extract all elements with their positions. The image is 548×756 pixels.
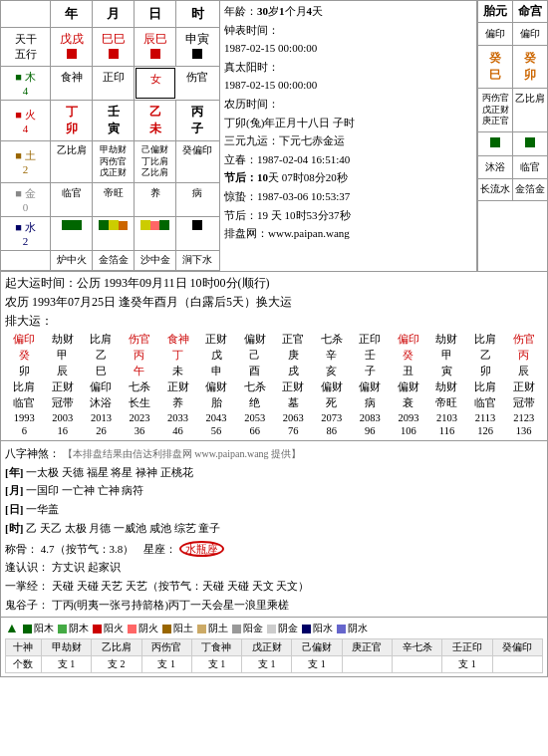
dayun-start-text: 起大运时间：公历 1993年09月11日 10时00分(顺行) — [5, 275, 543, 292]
minggong-sub: 乙比肩 — [513, 89, 547, 131]
taiyuan-minggong-header: 胎元 命宫 — [478, 1, 547, 23]
yue-dizhi: 壬 寅 — [93, 101, 135, 140]
shi-shishen: 伤官 — [176, 67, 218, 100]
header-nian: 年 — [51, 1, 93, 27]
dayun-years-row: 1993 2003 2013 2023 2033 2043 2053 2063 … — [5, 411, 543, 424]
legend-yin-jin: 阴金 — [267, 622, 298, 635]
shi-shen: [时] 乙 天乙 太极 月德 一威池 咸池 综艺 童子 — [5, 519, 543, 538]
minggong-label: 命宫 — [513, 1, 547, 22]
nian-zhuang: 临官 — [51, 183, 93, 216]
taiyuan-label: 胎元 — [478, 1, 513, 22]
sidebar-row1: 偏印 偏印 — [478, 23, 547, 46]
dayun-section: 起大运时间：公历 1993年09月11日 10时00分(顺行) 农历 1993年… — [0, 272, 548, 441]
dizhi-names-row: 炉中火 金箔金 沙中金 涧下水 — [1, 251, 219, 271]
sun-line: 真太阳时： — [224, 59, 472, 77]
yue-tiangan: 巳巳 — [93, 28, 135, 66]
lunar-line: 农历时间： — [224, 96, 472, 114]
yang-tu-sq — [162, 625, 171, 633]
color-squares-row: ■ 水 2 — [1, 217, 219, 251]
right-sidebar: 胎元 命宫 偏印 偏印 癸 巳 癸 卯 丙伤官戊正财庚正官 — [477, 1, 547, 271]
shi-zhuang: 病 — [176, 183, 218, 216]
sidebar-row2: 癸 巳 癸 卯 — [478, 46, 547, 89]
sub-shishen-row: ■ 土 2 乙比肩 甲劫财丙伤官戊正财 己偏财丁比肩乙比肩 癸偏印 — [1, 141, 219, 183]
ri-colors — [135, 217, 176, 250]
mu-label: ■ 木 4 — [1, 67, 51, 100]
dayun-ss-row: 比肩 正财 偏印 七杀 正财 偏财 七杀 正财 偏财 偏财 偏财 劫财 比肩 正… — [5, 379, 543, 395]
tiangan-label: 天干 五行 — [1, 28, 51, 66]
dayun-title: 排大运： — [5, 313, 543, 330]
sidebar-row5: 沐浴 临官 — [478, 156, 547, 179]
huo-label: ■ 火 4 — [1, 101, 51, 140]
yang-mu-sq — [23, 625, 32, 633]
shui-label: ■ 水 2 — [1, 217, 51, 250]
shi-tiangan: 申寅 — [176, 28, 218, 66]
main-container: 年 月 日 时 天干 五行 戊戌 巳巳 — [0, 0, 548, 677]
paipan-line: 排盘网： www.paipan.wang — [224, 225, 472, 243]
lunar-value-line: 丁卯(兔)年正月十八日 子时 — [224, 115, 472, 132]
sidebar-row6: 长流水 金箔金 — [478, 179, 547, 201]
nian-tiangan: 戊戌 — [51, 28, 93, 66]
minggong-gz: 癸 卯 — [513, 46, 547, 88]
legend-yang-tu: 阳土 — [162, 622, 193, 635]
ri-zhuang: 养 — [135, 183, 176, 216]
minggong-wuxing: 金箔金 — [513, 179, 547, 200]
nian-shishen: 食神 — [51, 67, 93, 100]
ri-sub: 己偏财丁比肩乙比肩 — [135, 141, 176, 182]
jiehou1-line: 节后： 10 天 07时08分20秒 — [224, 169, 472, 187]
taiyuan-sq — [478, 132, 513, 155]
ri-tiangan: 辰巳 — [135, 28, 176, 66]
shishen-row: ■ 木 4 食神 正印 女 伤官 — [1, 67, 219, 101]
clock-value-line: 1987-02-15 00:00:00 — [224, 40, 472, 58]
legend-row: ▲ 阳木 阴木 阳火 阴火 阳土 阴土 — [5, 621, 543, 636]
yin-shui-sq — [337, 625, 346, 633]
dayun-headers-row: 偏印 劫财 比肩 伤官 食神 正财 偏财 正官 七杀 正印 偏印 劫财 比肩 伤… — [5, 332, 543, 348]
nian-dizhi: 丁 卯 — [51, 101, 93, 140]
jingzhe-line: 惊蛰： 1987-03-06 10:53:37 — [224, 188, 472, 206]
liqiu-line: 立春： 1987-02-04 16:51:40 — [224, 151, 472, 169]
yang-shui-sq — [302, 625, 311, 633]
header-shi: 时 — [176, 1, 218, 27]
shishen-table: 十神 甲劫财 乙比肩 丙伤官 丁食神 戊正财 己偏财 庚正官 辛七杀 壬正印 癸… — [5, 638, 543, 673]
yue-zhuang: 帝旺 — [93, 183, 135, 216]
ri-dizhi: 乙 未 — [135, 101, 176, 140]
yang-huo-sq — [93, 625, 102, 633]
bajishen-header: 八字神煞： 【本排盘结果由信达利排盘网 www.paipan.wang 提供】 — [5, 444, 543, 463]
yue-dizhi-name: 金箔金 — [93, 251, 135, 270]
legend-yang-shui: 阳水 — [302, 622, 333, 635]
yin-tu-sq — [197, 625, 206, 633]
shi-colors — [176, 217, 218, 250]
header-yue: 月 — [93, 1, 135, 27]
header-blank — [1, 1, 51, 27]
sidebar-row3: 丙伤官戊正财庚正官 乙比肩 — [478, 89, 547, 132]
ri-dizhi-name: 沙中金 — [135, 251, 176, 270]
shi-dizhi-name: 涧下水 — [176, 251, 218, 270]
shi-dizhi: 丙 子 — [176, 101, 218, 140]
guigu-row: 鬼谷子： 丁丙(明夷一张弓持箭格)丙丁一天会星一浪里乘槎 — [5, 596, 543, 615]
minggong-sq — [513, 132, 547, 155]
tiangan-row: 天干 五行 戊戌 巳巳 辰巳 申寅 — [1, 28, 219, 67]
jin-label: ■ 金 0 — [1, 183, 51, 216]
bazi-header-row: 年 月 日 时 — [1, 1, 219, 28]
ri-shen: [日] 一华盖 — [5, 500, 543, 519]
yijing-row: 一掌经： 天碰 天碰 天艺 天艺（按节气：天碰 天碰 天文 天文） — [5, 577, 543, 596]
dayun-start-text2: 农历 1993年07月25日 逢癸年酉月（白露后5天）换大运 — [5, 294, 543, 311]
legend-yang-huo: 阳火 — [93, 622, 124, 635]
darenshi-row: 逢认识： 方丈识 起家识 — [5, 558, 543, 577]
dayun-gz-bot-row: 卯 辰 巳 午 未 申 酉 戌 亥 子 丑 寅 卯 辰 — [5, 364, 543, 379]
top-section: 年 月 日 时 天干 五行 戊戌 巳巳 — [0, 0, 548, 272]
dizhi-blank — [1, 251, 51, 270]
legend-yang-mu: 阳木 — [23, 622, 54, 635]
analysis-section: 八字神煞： 【本排盘结果由信达利排盘网 www.paipan.wang 提供】 … — [0, 441, 548, 618]
nian-sub: 乙比肩 — [51, 141, 93, 182]
sanyuan-line: 三元九运： 下元七赤金运 — [224, 132, 472, 150]
nian-colors — [51, 217, 93, 250]
legend-yin-tu: 阴土 — [197, 622, 228, 635]
tri-up-icon: ▲ — [5, 621, 19, 636]
legend-yin-mu: 阴木 — [58, 622, 89, 635]
chengji-star-row: 称骨： 4.7（按节气：3.8） 星座： 水瓶座 — [5, 540, 543, 559]
yue-shen: [月] 一国印 一亡神 亡神 病符 — [5, 481, 543, 500]
dizhi-row: ■ 火 4 丁 卯 壬 寅 乙 未 丙 子 — [1, 101, 219, 141]
tu-label: ■ 土 2 — [1, 141, 51, 182]
yue-sub: 甲劫财丙伤官戊正财 — [93, 141, 135, 182]
yang-jin-sq — [232, 625, 241, 633]
